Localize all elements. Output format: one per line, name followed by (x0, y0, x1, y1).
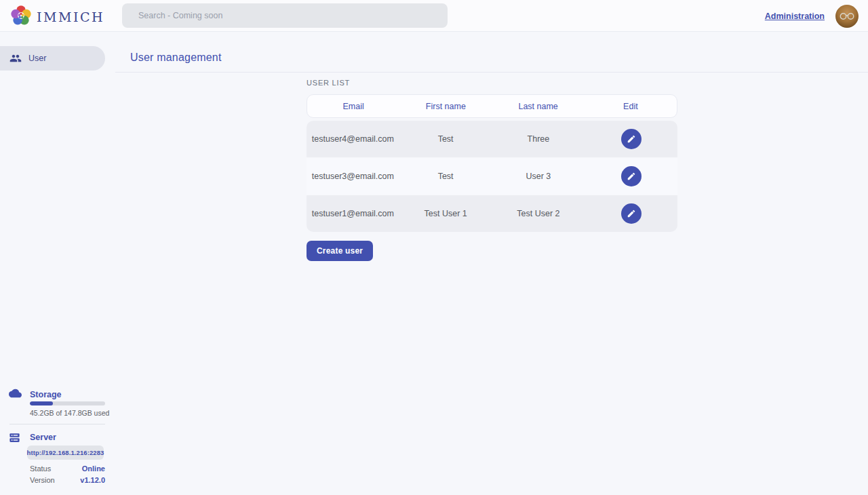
create-user-button[interactable]: Create user (307, 241, 373, 261)
edit-user-button[interactable] (621, 166, 642, 186)
brand: IMMICH (9, 4, 104, 30)
search-bar (122, 3, 448, 28)
column-header-first-name: First name (399, 102, 492, 111)
server-title: Server (30, 433, 56, 442)
cell-first-name: Test User 1 (399, 209, 492, 218)
header-divider (115, 72, 868, 73)
brand-wordmark: IMMICH (37, 9, 104, 24)
cell-last-name: User 3 (492, 172, 585, 181)
storage-progress-bar (30, 401, 105, 405)
cloud-icon (9, 389, 22, 401)
sidebar-divider (9, 424, 105, 424)
table-body: testuser4@email.com Test Three testuser3… (307, 121, 677, 232)
column-header-email: Email (307, 102, 399, 111)
storage-title: Storage (30, 390, 62, 399)
pencil-icon (627, 209, 636, 218)
sidebar: User Storage 45.2GB of 147.8GB used Serv… (0, 32, 115, 495)
version-value: v1.12.0 (80, 476, 105, 484)
version-label: Version (30, 476, 55, 484)
cell-email: testuser4@email.com (307, 134, 399, 144)
top-bar: IMMICH Administration (0, 0, 868, 32)
storage-used-label: 45.2GB of 147.8GB used (30, 409, 109, 417)
sidebar-item-user[interactable]: User (0, 46, 105, 71)
table-header: Email First name Last name Edit (307, 94, 677, 118)
immich-logo-icon (9, 4, 33, 30)
table-row: testuser1@email.com Test User 1 Test Use… (307, 195, 677, 232)
cell-last-name: Three (492, 134, 585, 144)
cell-email: testuser3@email.com (307, 172, 399, 181)
section-title: USER LIST (307, 79, 677, 87)
cell-first-name: Test (399, 172, 492, 181)
table-row: testuser3@email.com Test User 3 (307, 158, 677, 195)
sidebar-item-label: User (28, 54, 46, 63)
table-row: testuser4@email.com Test Three (307, 121, 677, 157)
edit-user-button[interactable] (621, 203, 642, 224)
pencil-icon (627, 172, 636, 181)
user-list-section: USER LIST Email First name Last name Edi… (307, 79, 677, 261)
storage-progress-fill (30, 401, 53, 405)
cell-email: testuser1@email.com (307, 209, 399, 218)
users-icon (9, 52, 22, 64)
server-icon (9, 432, 20, 446)
edit-user-button[interactable] (621, 129, 642, 149)
cell-first-name: Test (399, 134, 492, 144)
pencil-icon (627, 134, 636, 144)
search-input[interactable] (122, 3, 448, 28)
status-label: Status (30, 464, 51, 473)
server-url-badge: http://192.168.1.216:2283 (27, 446, 104, 460)
column-header-edit: Edit (585, 102, 677, 111)
top-right-actions: Administration (765, 0, 859, 32)
page-title: User management (130, 52, 222, 64)
server-version-row: Version v1.12.0 (30, 476, 105, 484)
user-avatar[interactable] (835, 5, 859, 28)
status-value: Online (82, 464, 105, 473)
cell-last-name: Test User 2 (492, 209, 585, 218)
glasses-icon (840, 12, 854, 20)
column-header-last-name: Last name (492, 102, 585, 111)
server-status-row: Status Online (30, 464, 105, 473)
administration-link[interactable]: Administration (765, 12, 825, 21)
